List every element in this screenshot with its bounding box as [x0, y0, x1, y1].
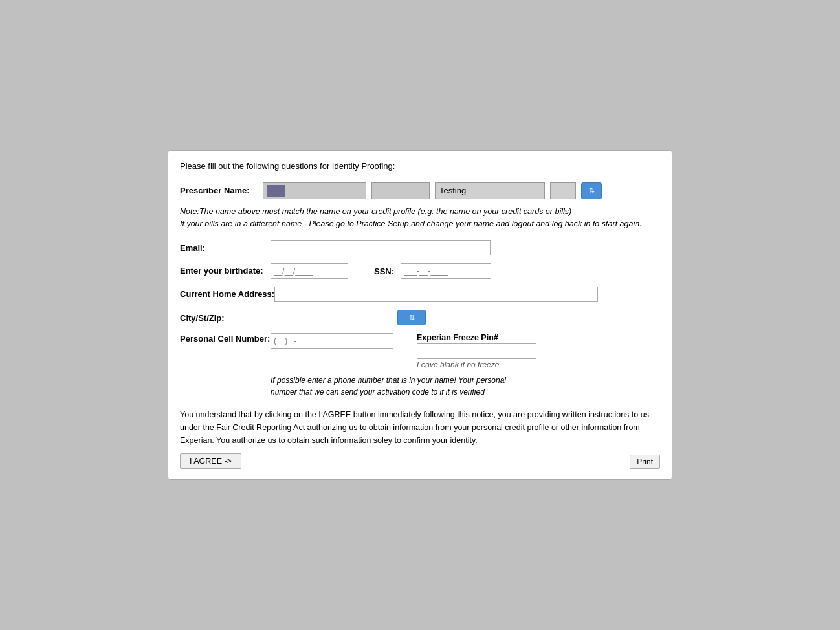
email-row: Email:: [180, 240, 660, 255]
chevron-updown-icon: ⇅: [589, 186, 595, 195]
city-st-zip-row: City/St/Zip: ⇅: [180, 310, 660, 325]
phone-experian-wrapper: Experian Freeze Pin# Leave blank if no f…: [271, 333, 536, 369]
state-chevron-icon: ⇅: [409, 314, 415, 322]
zip-input[interactable]: [430, 310, 546, 325]
ssn-label: SSN:: [374, 266, 394, 276]
experian-note: Leave blank if no freeze: [417, 360, 536, 369]
experian-input[interactable]: [417, 343, 536, 359]
address-row: Current Home Address:: [180, 287, 660, 302]
print-button[interactable]: Print: [630, 455, 660, 469]
experian-section: Experian Freeze Pin# Leave blank if no f…: [417, 333, 536, 369]
phone-input[interactable]: [271, 333, 393, 349]
prescriber-row: Prescriber Name: Testing ⇅: [180, 182, 660, 199]
prescriber-label: Prescriber Name:: [180, 186, 258, 195]
address-input[interactable]: [274, 287, 598, 302]
personal-cell-section: Personal Cell Number: Experian Freeze Pi…: [180, 333, 660, 369]
personal-cell-label: Personal Cell Number:: [180, 333, 271, 345]
prescriber-first-icon: [267, 185, 285, 197]
city-row-inner: ⇅: [271, 310, 546, 325]
address-label: Current Home Address:: [180, 288, 274, 300]
email-input[interactable]: [271, 240, 491, 255]
birthdate-label: Enter your birthdate:: [180, 265, 271, 277]
prescriber-suffix-input[interactable]: [550, 182, 576, 199]
prescriber-first-input-wrapper[interactable]: [263, 182, 366, 199]
bottom-row: I AGREE -> Print: [180, 453, 660, 469]
agree-button[interactable]: I AGREE ->: [180, 453, 241, 469]
prescriber-note: Note:The name above must match the name …: [180, 206, 660, 230]
city-input[interactable]: [271, 310, 393, 325]
birthdate-input[interactable]: [271, 263, 348, 279]
email-label: Email:: [180, 243, 271, 253]
form-title: Please fill out the following questions …: [180, 161, 660, 171]
prescriber-suffix-select[interactable]: ⇅: [581, 182, 602, 199]
identity-proofing-form: Please fill out the following questions …: [168, 150, 672, 481]
prescriber-last-display[interactable]: Testing: [435, 182, 545, 199]
experian-label: Experian Freeze Pin#: [417, 333, 536, 342]
prescriber-middle-input[interactable]: [371, 182, 430, 199]
city-st-zip-label: City/St/Zip:: [180, 313, 271, 323]
state-select[interactable]: ⇅: [397, 310, 426, 325]
agreement-text: You understand that by clicking on the I…: [180, 408, 660, 447]
phone-note: If possible enter a phone number that is…: [271, 375, 516, 398]
birthdate-ssn-row: Enter your birthdate: SSN:: [180, 263, 660, 279]
ssn-input[interactable]: [401, 263, 491, 279]
